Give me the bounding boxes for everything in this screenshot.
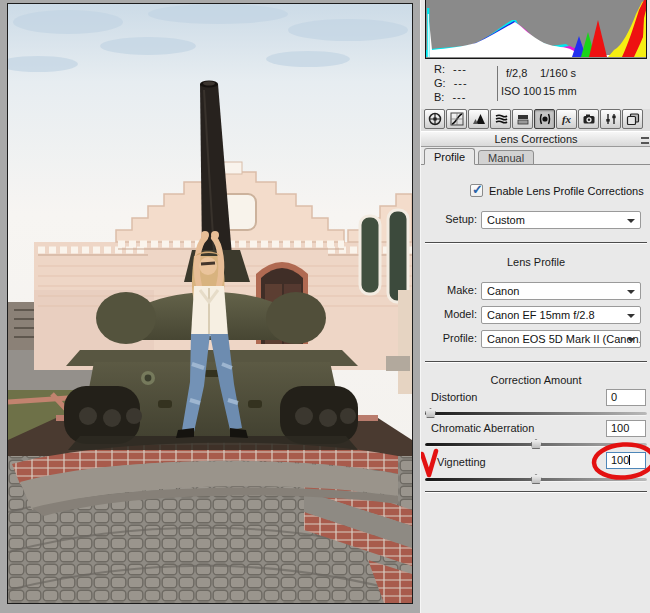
exif-aperture: f/2,8 <box>506 67 527 79</box>
panel-title-bar: Lens Corrections <box>421 131 650 147</box>
presets-icon[interactable] <box>600 109 621 129</box>
enable-lens-profile-row: ✓ Enable Lens Profile Corrections <box>470 184 644 197</box>
chromatic-aberration-slider-thumb[interactable] <box>531 439 542 449</box>
vignetting-value[interactable]: 100 <box>606 452 646 469</box>
chromatic-aberration-value[interactable]: 100 <box>606 420 646 437</box>
correction-amount-title: Correction Amount <box>421 374 650 386</box>
exif-shutter: 1/160 s <box>540 67 576 79</box>
tab-manual[interactable]: Manual <box>478 150 534 165</box>
image-preview-area <box>0 0 420 613</box>
text-caret <box>629 455 630 465</box>
model-dropdown[interactable]: Canon EF 15mm f/2.8 <box>481 306 641 324</box>
tone-curve-icon[interactable] <box>446 109 467 129</box>
camera-raw-window: { "histogram_info": { "rgb_readout": { "… <box>0 0 650 613</box>
camera-calibration-icon[interactable] <box>578 109 599 129</box>
lens-corrections-icon[interactable] <box>534 109 555 129</box>
vignetting-label: Vignetting <box>437 456 486 468</box>
tab-bar: Profile Manual <box>421 148 650 165</box>
snapshots-icon[interactable] <box>622 109 643 129</box>
photo-illustration <box>8 4 412 603</box>
section-divider <box>425 491 647 493</box>
histogram-plot <box>426 0 646 57</box>
distortion-label: Distortion <box>431 391 477 403</box>
vignetting-slider-thumb[interactable] <box>531 474 542 484</box>
profile-dropdown[interactable]: Canon EOS 5D Mark II (Canon... <box>481 330 641 348</box>
split-toning-icon[interactable] <box>512 109 533 129</box>
annotation-arrow <box>422 451 436 475</box>
lens-profile-title: Lens Profile <box>421 256 650 268</box>
distortion-value[interactable]: 0 <box>606 389 646 406</box>
make-value: Canon <box>487 285 519 297</box>
section-divider <box>425 361 647 363</box>
rgb-readout-g: G:--- <box>434 77 504 89</box>
profile-value: Canon EOS 5D Mark II (Canon... <box>487 333 641 345</box>
readout-divider <box>497 66 498 101</box>
chevron-down-icon <box>627 290 635 294</box>
distortion-slider[interactable] <box>425 412 647 416</box>
model-value: Canon EF 15mm f/2.8 <box>487 309 595 321</box>
setup-value: Custom <box>487 214 525 226</box>
make-label: Make: <box>429 284 477 296</box>
chevron-down-icon <box>627 219 635 223</box>
enable-lens-profile-checkbox[interactable]: ✓ <box>470 184 483 197</box>
check-icon: ✓ <box>472 182 483 197</box>
histogram[interactable] <box>425 0 647 59</box>
setup-dropdown[interactable]: Custom <box>481 211 641 229</box>
distortion-slider-thumb[interactable] <box>425 408 436 418</box>
hsl-grayscale-icon[interactable] <box>490 109 511 129</box>
effects-icon[interactable]: fx <box>556 109 577 129</box>
detail-icon[interactable] <box>468 109 489 129</box>
rgb-readout-r: R:--- <box>434 63 504 75</box>
enable-lens-profile-label: Enable Lens Profile Corrections <box>489 185 644 197</box>
adjustment-panel: R:--- G:--- B:--- f/2,8 1/160 s ISO 100 … <box>420 0 650 613</box>
rgb-readout-b: B:--- <box>434 91 504 103</box>
profile-label: Profile: <box>429 332 477 344</box>
basic-icon[interactable] <box>424 109 445 129</box>
chevron-down-icon <box>627 314 635 318</box>
model-label: Model: <box>429 308 477 320</box>
chromatic-aberration-label: Chromatic Aberration <box>431 422 534 434</box>
section-divider <box>425 242 647 244</box>
chevron-down-icon <box>627 338 635 342</box>
panel-menu-icon[interactable] <box>641 137 649 144</box>
make-dropdown[interactable]: Canon <box>481 282 641 300</box>
adjustment-toolbar: fx <box>421 109 650 131</box>
panel-title: Lens Corrections <box>494 133 577 145</box>
exif-iso: ISO 100 <box>501 85 541 97</box>
setup-label: Setup: <box>429 213 477 225</box>
tab-profile[interactable]: Profile <box>424 148 475 165</box>
photo[interactable] <box>7 3 413 604</box>
exif-focal-length: 15 mm <box>543 85 577 97</box>
